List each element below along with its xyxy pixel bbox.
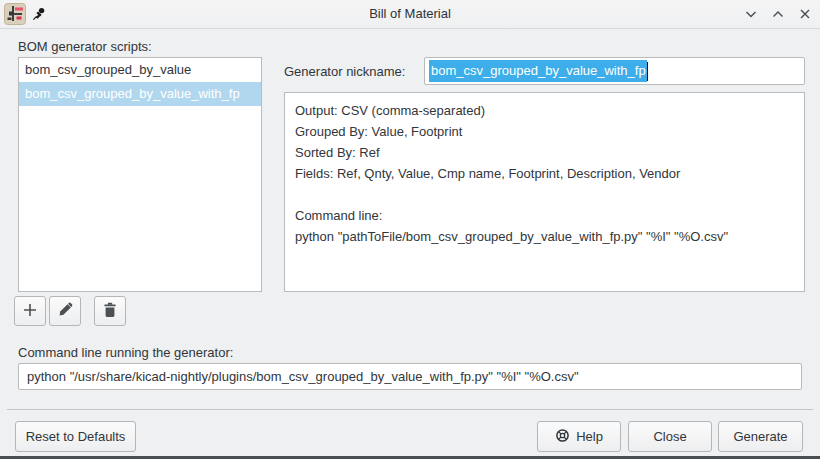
window-title: Bill of Material <box>0 0 820 28</box>
bom-dialog-window: Bill of Material BOM generator scripts: … <box>0 0 820 459</box>
info-line-output: Output: CSV (comma-separated) <box>295 100 794 121</box>
scripts-listbox: bom_csv_grouped_by_value bom_csv_grouped… <box>18 57 262 292</box>
list-item-bom-csv-grouped-by-value-with-fp[interactable]: bom_csv_grouped_by_value_with_fp <box>19 82 261 106</box>
nickname-selected-text: bom_csv_grouped_by_value_with_fp <box>429 60 647 82</box>
bottom-separator <box>7 409 813 410</box>
info-line-blank <box>295 184 794 205</box>
nickname-input[interactable]: bom_csv_grouped_by_value_with_fp <box>424 57 805 85</box>
help-button[interactable]: Help <box>537 421 621 452</box>
close-button[interactable]: Close <box>628 421 712 452</box>
pencil-icon <box>56 301 74 322</box>
close-icon[interactable] <box>796 5 814 23</box>
plus-icon <box>21 301 39 322</box>
help-button-label: Help <box>576 429 603 444</box>
titlebar: Bill of Material <box>0 0 820 29</box>
list-item-bom-csv-grouped-by-value[interactable]: bom_csv_grouped_by_value <box>19 58 261 82</box>
command-line-label: Command line running the generator: <box>18 345 233 360</box>
info-line-command: python "pathToFile/bom_csv_grouped_by_va… <box>295 226 794 247</box>
help-lifebuoy-icon <box>555 428 570 446</box>
info-line-sorted-by: Sorted By: Ref <box>295 142 794 163</box>
trash-icon <box>101 301 119 322</box>
reset-to-defaults-button[interactable]: Reset to Defaults <box>15 421 136 452</box>
window-controls <box>742 0 814 28</box>
info-line-fields: Fields: Ref, Qnty, Value, Cmp name, Foot… <box>295 163 794 184</box>
maximize-icon[interactable] <box>769 5 787 23</box>
shade-icon[interactable] <box>742 5 760 23</box>
command-line-input[interactable] <box>18 363 802 390</box>
info-line-command-title: Command line: <box>295 205 794 226</box>
add-generator-button[interactable] <box>14 296 46 326</box>
info-line-grouped-by: Grouped By: Value, Footprint <box>295 121 794 142</box>
delete-generator-button[interactable] <box>94 296 126 326</box>
text-caret <box>647 62 648 81</box>
generator-info-panel: Output: CSV (comma-separated) Grouped By… <box>284 92 805 292</box>
edit-generator-button[interactable] <box>49 296 81 326</box>
nickname-label: Generator nickname: <box>284 64 405 79</box>
scripts-list-label: BOM generator scripts: <box>18 39 152 54</box>
generate-button[interactable]: Generate <box>718 421 803 452</box>
